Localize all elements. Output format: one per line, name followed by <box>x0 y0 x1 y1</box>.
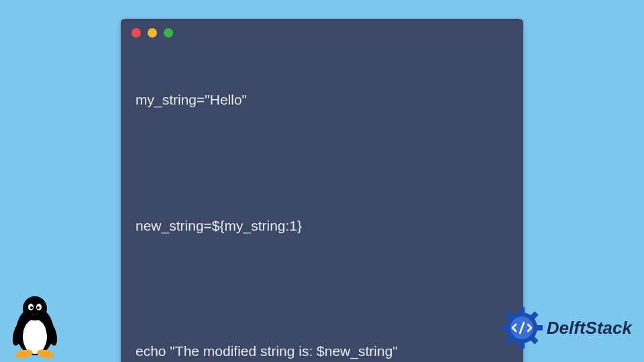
delftstack-gear-icon <box>501 307 543 349</box>
code-content: my_string="Hello" new_string=${my_string… <box>121 44 523 362</box>
code-window: my_string="Hello" new_string=${my_string… <box>121 19 523 362</box>
brand: DelftStack <box>501 307 632 349</box>
maximize-icon <box>164 28 173 38</box>
blank-line <box>136 156 508 173</box>
svg-point-5 <box>30 306 33 309</box>
svg-point-6 <box>37 306 40 309</box>
code-line-2: new_string=${my_string:1} <box>136 215 508 237</box>
minimize-icon <box>148 28 157 38</box>
tux-penguin-icon <box>7 292 63 358</box>
close-icon <box>131 28 141 38</box>
brand-name: DelftStack <box>547 318 632 339</box>
code-line-3: echo "The modified string is: $new_strin… <box>136 341 508 362</box>
svg-point-1 <box>23 319 47 354</box>
window-titlebar <box>121 19 523 44</box>
blank-line <box>136 281 508 298</box>
svg-point-2 <box>23 296 47 320</box>
code-line-1: my_string="Hello" <box>136 89 508 111</box>
